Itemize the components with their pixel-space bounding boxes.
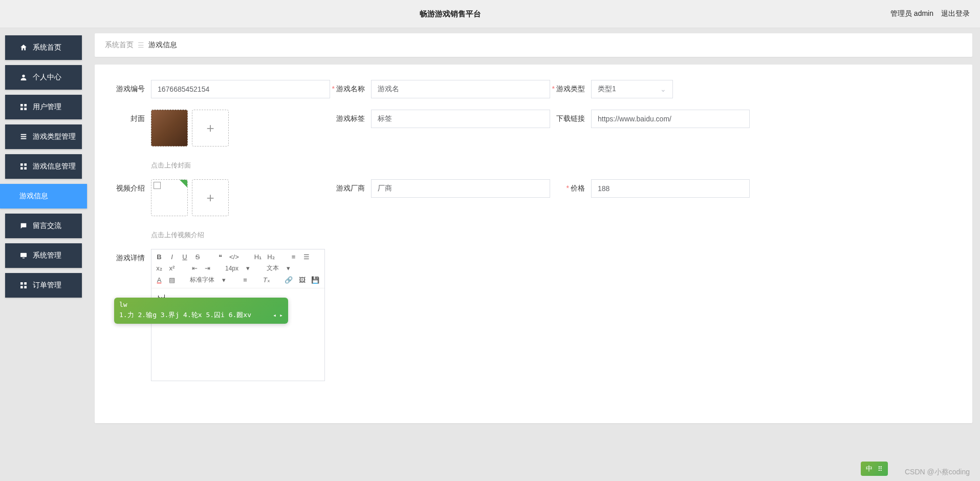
dropdown-icon[interactable]: ▾: [220, 276, 227, 284]
code-icon[interactable]: </>: [229, 253, 239, 261]
align-icon[interactable]: ≡: [242, 276, 249, 284]
sidebar-item-home[interactable]: 系统首页: [5, 35, 82, 60]
list-icon: [19, 133, 28, 141]
sidebar-item-user-mgmt[interactable]: 用户管理: [5, 95, 82, 119]
input-game-vendor[interactable]: [371, 179, 550, 198]
dropdown-icon[interactable]: ▾: [244, 264, 251, 272]
ime-page-nav[interactable]: ◂ ▸: [273, 312, 283, 319]
home-icon: [19, 44, 28, 52]
sidebar-item-game-type[interactable]: 游戏类型管理: [5, 124, 82, 149]
underline-icon[interactable]: U: [181, 253, 188, 261]
font-size-select[interactable]: 14px: [225, 265, 238, 272]
h1-icon[interactable]: H₁: [254, 253, 262, 261]
input-game-name[interactable]: [371, 80, 550, 98]
input-download-link[interactable]: [591, 110, 750, 128]
cover-thumbnail[interactable]: [151, 110, 188, 147]
cover-upload-button[interactable]: +: [192, 110, 229, 147]
input-game-code[interactable]: [151, 80, 330, 98]
rich-text-editor: B I U S ❝ </> H₁ H₂ ≡ ☰: [151, 249, 325, 381]
svg-rect-11: [24, 167, 27, 170]
superscript-icon[interactable]: x²: [168, 264, 176, 272]
label-game-tag: 游戏标签: [330, 110, 371, 123]
svg-rect-6: [21, 136, 27, 137]
sidebar-item-profile[interactable]: 个人中心: [5, 65, 82, 90]
text-type-select[interactable]: 文本: [267, 264, 279, 273]
quote-icon[interactable]: ❝: [216, 253, 224, 261]
input-price[interactable]: [591, 179, 750, 198]
breadcrumb: 系统首页 ☰ 游戏信息: [95, 33, 972, 57]
ime-input-text: lw: [119, 301, 283, 308]
svg-rect-13: [23, 258, 25, 258]
sidebar-item-system[interactable]: 系统管理: [5, 243, 82, 268]
sidebar-item-label: 留言交流: [33, 221, 61, 231]
sidebar-item-message[interactable]: 留言交流: [5, 214, 82, 238]
sidebar-item-order[interactable]: 订单管理: [5, 273, 82, 298]
select-game-type[interactable]: 类型1 ⌄: [591, 80, 673, 98]
outdent-icon[interactable]: ⇥: [204, 264, 211, 272]
grid-icon: [19, 281, 28, 289]
indent-icon[interactable]: ⇤: [191, 264, 198, 272]
clear-format-icon[interactable]: Tₓ: [263, 276, 270, 284]
chevron-down-icon: ⌄: [660, 85, 666, 93]
svg-rect-5: [21, 134, 27, 135]
label-game-code: 游戏编号: [110, 80, 151, 94]
form-panel: 游戏编号 *游戏名称 *游戏类型 类型1 ⌄ 封面: [95, 65, 972, 423]
sidebar-item-label: 用户管理: [33, 102, 61, 112]
svg-rect-4: [24, 108, 27, 110]
video-upload-hint: 点击上传视频介绍: [151, 231, 957, 240]
sidebar-item-label: 系统管理: [33, 251, 61, 260]
ordered-list-icon[interactable]: ≡: [290, 253, 297, 261]
image-icon[interactable]: 🖼: [298, 276, 306, 284]
sidebar-item-label: 订单管理: [33, 281, 61, 290]
label-game-detail: 游戏详情: [110, 249, 151, 263]
video-upload-button[interactable]: +: [192, 179, 229, 216]
dropdown-icon[interactable]: ▾: [285, 264, 292, 272]
h2-icon[interactable]: H₂: [267, 253, 274, 261]
link-icon[interactable]: 🔗: [285, 276, 293, 284]
svg-point-0: [22, 75, 25, 77]
save-icon[interactable]: 💾: [311, 276, 319, 284]
svg-rect-8: [20, 163, 23, 166]
font-family-select[interactable]: 标准字体: [190, 276, 214, 284]
label-download-link: 下载链接: [550, 110, 591, 123]
cover-upload-hint: 点击上传封面: [151, 161, 957, 170]
sidebar-item-game-info-mgmt[interactable]: 游戏信息管理: [5, 154, 82, 179]
italic-icon[interactable]: I: [168, 253, 176, 261]
svg-rect-16: [20, 286, 23, 288]
bold-icon[interactable]: B: [156, 253, 163, 261]
label-price: *价格: [550, 179, 591, 193]
strikethrough-icon[interactable]: S: [194, 253, 201, 261]
label-cover: 封面: [110, 110, 151, 123]
svg-rect-9: [24, 163, 27, 166]
svg-rect-15: [24, 282, 27, 285]
sidebar-item-label: 个人中心: [33, 73, 61, 82]
subscript-icon[interactable]: x₂: [156, 264, 163, 272]
input-game-tag[interactable]: [371, 110, 550, 128]
svg-rect-2: [24, 104, 27, 107]
ime-popup: lw 1.力 2.输g 3.界j 4.轮x 5.囚i 6.囫xv ◂ ▸: [114, 298, 288, 324]
sidebar-item-label: 系统首页: [33, 43, 61, 52]
breadcrumb-separator: ☰: [138, 41, 144, 49]
text-color-icon[interactable]: A: [156, 276, 163, 284]
svg-rect-3: [20, 108, 23, 110]
unordered-list-icon[interactable]: ☰: [303, 253, 310, 261]
svg-rect-7: [21, 138, 27, 139]
sidebar-item-game-info[interactable]: 游戏信息: [0, 184, 87, 208]
sidebar: 系统首页 个人中心 用户管理 游戏类型管理 游戏信息管理 游戏信息 留言交流 系…: [0, 28, 87, 431]
grid-icon: [19, 103, 28, 111]
sidebar-item-label: 游戏类型管理: [33, 132, 76, 141]
svg-rect-14: [20, 282, 23, 285]
label-game-type: *游戏类型: [550, 80, 591, 94]
breadcrumb-home[interactable]: 系统首页: [105, 40, 134, 50]
desktop-icon: [19, 252, 28, 260]
app-title: 畅游游戏销售平台: [10, 9, 890, 19]
svg-rect-1: [20, 104, 23, 107]
ime-candidates[interactable]: 1.力 2.输g 3.界j 4.轮x 5.囚i 6.囫xv: [119, 310, 251, 320]
grid-icon: [19, 162, 28, 171]
editor-content[interactable]: lw lw 1.力 2.输g 3.界j 4.轮x 5.囚i 6.囫xv ◂ ▸: [151, 288, 324, 381]
video-thumbnail[interactable]: [151, 179, 188, 216]
bg-color-icon[interactable]: ▨: [168, 276, 176, 284]
admin-label[interactable]: 管理员 admin: [890, 9, 933, 18]
logout-link[interactable]: 退出登录: [941, 9, 970, 18]
breadcrumb-current: 游戏信息: [148, 40, 177, 50]
